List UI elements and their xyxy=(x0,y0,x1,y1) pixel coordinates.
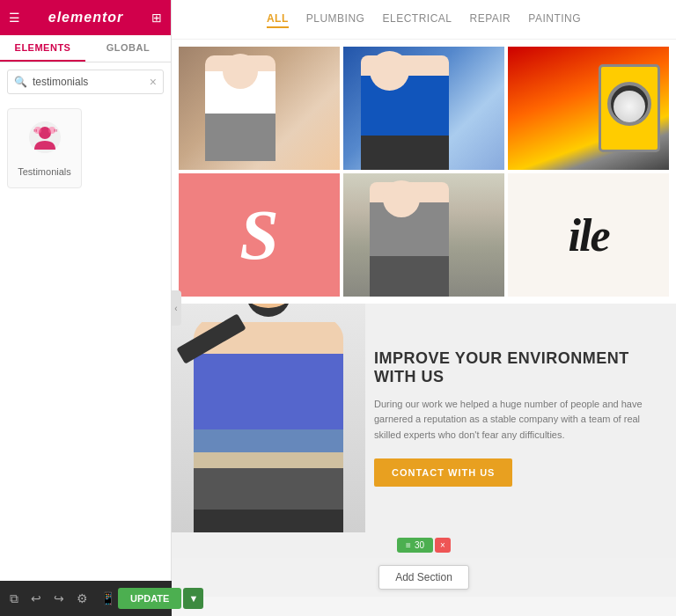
element-grid: " " Testimonials xyxy=(0,101,171,195)
canvas: ALL PLUMBING ELECTRICAL REPAIR PAINTING xyxy=(172,0,676,597)
filter-electrical[interactable]: ELECTRICAL xyxy=(382,11,452,28)
search-container: 🔍 × xyxy=(0,62,171,101)
sidebar-header: ☰ elementor ⊞ xyxy=(0,0,171,35)
hamburger-icon[interactable]: ☰ xyxy=(9,11,20,25)
section-selector-area: ≡ 30 × xyxy=(172,532,676,558)
update-dropdown-button[interactable]: ▼ xyxy=(183,588,203,609)
pink-s-letter: S xyxy=(239,195,279,275)
section-selector: ≡ 30 × xyxy=(397,538,451,553)
tab-global[interactable]: GLOBAL xyxy=(85,35,171,62)
search-input[interactable] xyxy=(7,70,164,94)
hero-description: During our work we helped a huge number … xyxy=(374,397,658,444)
hero-section: IMPROVE YOUR ENVIRONMENT WITH US During … xyxy=(172,304,676,532)
add-section-button[interactable]: Add Section xyxy=(378,565,469,590)
gallery-item-pink-s: S xyxy=(179,173,340,297)
sidebar: ☰ elementor ⊞ ELEMENTS GLOBAL 🔍 × " " xyxy=(0,0,172,616)
gallery-item-3 xyxy=(508,47,669,170)
gallery-item-1 xyxy=(179,47,340,170)
search-clear-icon[interactable]: × xyxy=(150,75,157,89)
collapse-handle[interactable]: ‹ xyxy=(171,290,181,326)
update-group: UPDATE ▼ xyxy=(118,588,203,609)
gallery-item-2 xyxy=(343,47,504,170)
nav-filter: ALL PLUMBING ELECTRICAL REPAIR PAINTING xyxy=(172,0,676,40)
grid-icon[interactable]: ⊞ xyxy=(151,11,162,25)
main-content: ALL PLUMBING ELECTRICAL REPAIR PAINTING xyxy=(172,0,676,616)
element-testimonials-label: Testimonials xyxy=(18,166,71,177)
section-selector-close[interactable]: × xyxy=(435,538,451,553)
undo-icon[interactable]: ↩ xyxy=(28,589,44,608)
hero-title: IMPROVE YOUR ENVIRONMENT WITH US xyxy=(374,349,658,386)
hero-worker-image xyxy=(172,304,365,532)
layers-icon[interactable]: ⧉ xyxy=(7,589,21,609)
add-section-bar: Add Section xyxy=(172,558,676,597)
section-selector-badge[interactable]: ≡ 30 xyxy=(397,538,433,553)
settings-icon[interactable]: ⚙ xyxy=(74,589,91,608)
section-selector-icon: ≡ xyxy=(406,540,411,550)
element-item-testimonials[interactable]: " " Testimonials xyxy=(7,108,82,188)
search-icon: 🔍 xyxy=(14,76,27,88)
update-button[interactable]: UPDATE xyxy=(118,588,181,609)
redo-icon[interactable]: ↪ xyxy=(51,589,67,608)
filter-painting[interactable]: PAINTING xyxy=(528,11,581,28)
bottom-toolbar: ⧉ ↩ ↪ ⚙ 📱 UPDATE ▼ xyxy=(0,581,172,616)
gallery-grid: S ile xyxy=(172,40,676,304)
testimonials-icon: " " xyxy=(27,120,62,161)
contact-button[interactable]: CONTACT WITH US xyxy=(374,458,512,487)
filter-plumbing[interactable]: PLUMBING xyxy=(306,11,365,28)
responsive-icon[interactable]: 📱 xyxy=(98,589,118,608)
filter-repair[interactable]: REPAIR xyxy=(469,11,511,28)
gallery-item-handwriting: ile xyxy=(508,173,669,297)
logo: elementor xyxy=(48,10,123,26)
hero-text-area: IMPROVE YOUR ENVIRONMENT WITH US During … xyxy=(365,304,676,532)
handwriting-text: ile xyxy=(569,209,609,261)
svg-text:": " xyxy=(54,128,57,140)
toolbar-left: ⧉ ↩ ↪ ⚙ 📱 xyxy=(7,589,118,609)
tab-elements[interactable]: ELEMENTS xyxy=(0,35,85,62)
section-selector-num: 30 xyxy=(415,540,424,550)
sidebar-tabs: ELEMENTS GLOBAL xyxy=(0,35,171,62)
svg-text:": " xyxy=(33,128,37,140)
gallery-item-kitchen xyxy=(343,173,504,297)
filter-all[interactable]: ALL xyxy=(267,11,289,28)
